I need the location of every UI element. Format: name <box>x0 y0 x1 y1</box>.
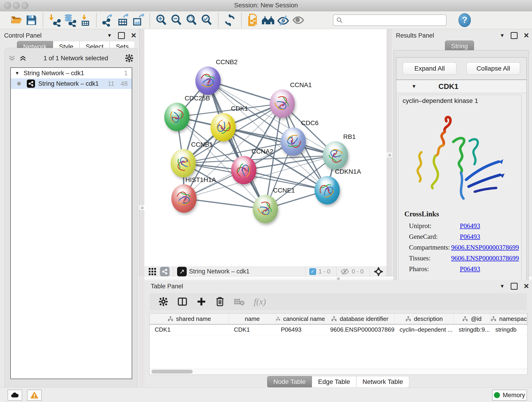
section-collapse-icon[interactable]: ▼ <box>412 83 417 89</box>
zoom-selected-icon[interactable] <box>199 13 214 27</box>
delete-column-icon[interactable] <box>215 297 225 307</box>
hide-selected-icon[interactable] <box>276 13 291 27</box>
network-node-ccne1[interactable] <box>253 195 278 223</box>
network-edge[interactable] <box>208 81 265 209</box>
network-node-ccnb2[interactable] <box>196 66 221 95</box>
expand-all-button[interactable]: Expand All <box>403 62 456 75</box>
network-row-selected[interactable]: String Network – cdk1 11 48 <box>11 78 132 89</box>
collection-expand-icon[interactable]: ▼ <box>15 70 19 76</box>
network-node-cdc25b[interactable] <box>164 103 190 131</box>
column-header-name[interactable]: name <box>229 313 276 324</box>
column-header-canonical-name[interactable]: canonical name <box>276 313 325 324</box>
table-panel-title: Table Panel <box>151 283 183 290</box>
network-node-hist1h1a[interactable] <box>171 184 196 213</box>
column-header-namespac[interactable]: namespac <box>490 313 527 324</box>
tab-node-table[interactable]: Node Table <box>267 376 312 388</box>
right-splitter[interactable] <box>387 29 392 276</box>
table-cell[interactable]: cyclin–dependent ... <box>394 325 454 335</box>
network-collection-row[interactable]: ▼ String Network – cdk1 1 <box>11 68 132 78</box>
panel-menu-icon[interactable]: ▼ <box>500 32 505 38</box>
network-icon <box>27 80 35 88</box>
import-table-icon[interactable] <box>77 13 92 27</box>
cdk1-section: ▼ CDK1 cyclin–dependent kinase 1 <box>396 80 527 294</box>
table-row[interactable]: CDK1CDK1P064939606.ENSP00000378699cyclin… <box>150 325 527 335</box>
table-cell[interactable]: 9606.ENSP00000378699 <box>325 325 394 335</box>
panel-menu-icon[interactable]: ▼ <box>500 283 505 289</box>
selected-checkbox-icon[interactable]: ✓ <box>309 268 316 275</box>
right-splitter-handle[interactable] <box>387 152 392 158</box>
network-node-ccna2[interactable] <box>231 156 256 184</box>
show-columns-icon[interactable] <box>177 297 187 307</box>
memory-button[interactable]: Memory <box>492 390 527 401</box>
tab-network-table[interactable]: Network Table <box>356 376 409 388</box>
show-hide-icon[interactable] <box>291 13 306 27</box>
panel-float-icon[interactable] <box>511 32 518 39</box>
birds-eye-view-icon[interactable]: ↗ <box>177 267 187 276</box>
export-network-icon[interactable] <box>100 13 115 27</box>
network-node-cdc6[interactable] <box>281 128 306 156</box>
hidden-eye-icon[interactable] <box>340 268 349 275</box>
gear-icon[interactable] <box>125 54 133 63</box>
cloud-icon[interactable] <box>7 390 22 401</box>
column-header-database-identifier[interactable]: database identifier <box>325 313 394 324</box>
protein-ribbon-thumbnail <box>200 73 216 89</box>
network-view-icon[interactable] <box>160 267 170 276</box>
collapse-all-button[interactable]: Collapse All <box>467 62 520 75</box>
zoom-out-icon[interactable] <box>169 13 184 27</box>
grid-view-icon[interactable] <box>147 267 157 276</box>
import-network-icon[interactable] <box>47 13 62 27</box>
panel-float-icon[interactable] <box>511 283 518 290</box>
first-neighbors-icon[interactable] <box>260 13 276 27</box>
table-cell[interactable]: CDK1 <box>229 325 276 335</box>
open-folder-icon[interactable] <box>9 13 24 27</box>
left-splitter-handle[interactable] <box>139 205 145 211</box>
table-gear-icon[interactable] <box>158 297 168 306</box>
expand-all-icon[interactable] <box>19 55 27 62</box>
search-input[interactable] <box>343 16 446 24</box>
export-table-icon[interactable] <box>115 13 131 27</box>
function-builder-icon[interactable]: f(x) <box>254 297 266 307</box>
save-icon[interactable] <box>24 13 39 27</box>
panel-float-icon[interactable] <box>118 32 125 39</box>
crosslink-link[interactable]: P06493 <box>460 222 480 230</box>
warning-icon[interactable] <box>27 390 42 401</box>
tab-edge-table[interactable]: Edge Table <box>312 376 356 388</box>
panel-close-icon[interactable]: ✕ <box>524 283 529 290</box>
crosslink-link[interactable]: P06493 <box>460 265 480 273</box>
column-header-description[interactable]: description <box>394 313 454 324</box>
panel-close-icon[interactable]: ✕ <box>131 32 137 39</box>
column-header-shared-name[interactable]: shared name <box>150 313 229 324</box>
network-node-ccna1[interactable] <box>270 89 295 118</box>
table-cell[interactable]: stringdb:9... <box>454 325 490 335</box>
crosslink-link[interactable]: 9606.ENSP00000378699 <box>451 244 519 251</box>
network-canvas[interactable]: CCNB2CCNA1CDC25BCDK1CDC6RB1CCNB1CCNA2CDK… <box>144 29 387 267</box>
delete-table-icon[interactable] <box>234 298 245 306</box>
table-cell[interactable]: CDK1 <box>150 325 229 335</box>
collapse-all-icon[interactable] <box>8 55 16 62</box>
refresh-layout-icon[interactable] <box>222 13 237 27</box>
table-cell[interactable]: stringdb <box>490 325 527 335</box>
zoom-fit-icon[interactable] <box>184 13 199 27</box>
crosslink-link[interactable]: 9606.ENSP00000378699 <box>451 254 519 262</box>
help-icon[interactable]: ? <box>458 13 471 27</box>
add-column-icon[interactable] <box>196 297 206 306</box>
network-node-cdk1[interactable] <box>210 113 236 141</box>
left-splitter[interactable] <box>139 29 145 276</box>
panel-close-icon[interactable]: ✕ <box>524 32 529 39</box>
zoom-in-icon[interactable] <box>154 13 169 27</box>
table-hscrollbar-thumb[interactable] <box>152 370 193 374</box>
crosslink-link[interactable]: P06493 <box>460 233 480 240</box>
export-image-icon[interactable] <box>131 13 146 27</box>
import-database-icon[interactable] <box>62 13 77 27</box>
horizontal-splitter-handle[interactable] <box>337 277 340 280</box>
column-header--id[interactable]: @id <box>454 313 490 324</box>
table-hscrollbar[interactable] <box>150 369 527 375</box>
table-cell[interactable]: P06493 <box>276 325 325 335</box>
clone-network-icon[interactable] <box>245 13 260 27</box>
panel-menu-icon[interactable]: ▼ <box>107 32 112 38</box>
node-table[interactable]: shared namenamecanonical namedatabase id… <box>149 313 527 375</box>
crosshair-icon[interactable] <box>374 267 384 277</box>
network-node-ccnb1[interactable] <box>171 149 196 177</box>
network-node-rb1[interactable] <box>323 141 348 170</box>
network-node-cdkn1a[interactable] <box>315 176 340 204</box>
